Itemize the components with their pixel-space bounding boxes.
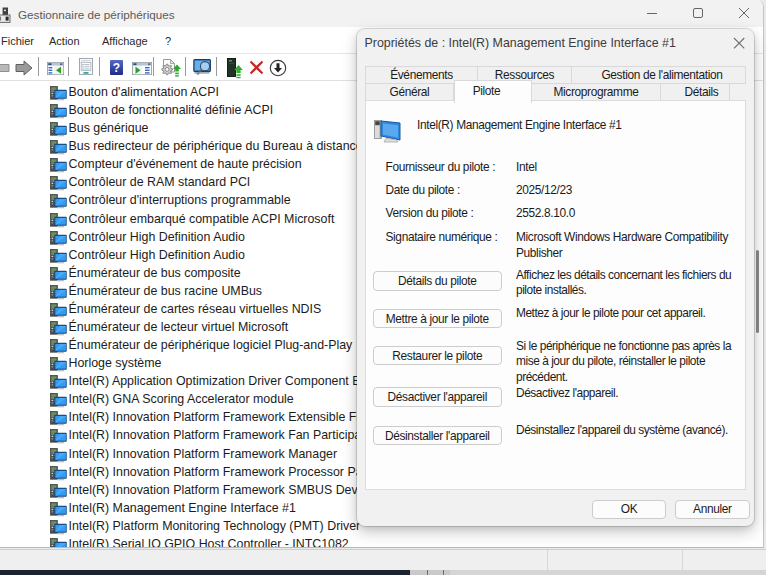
svg-text:?: ? <box>112 60 119 74</box>
